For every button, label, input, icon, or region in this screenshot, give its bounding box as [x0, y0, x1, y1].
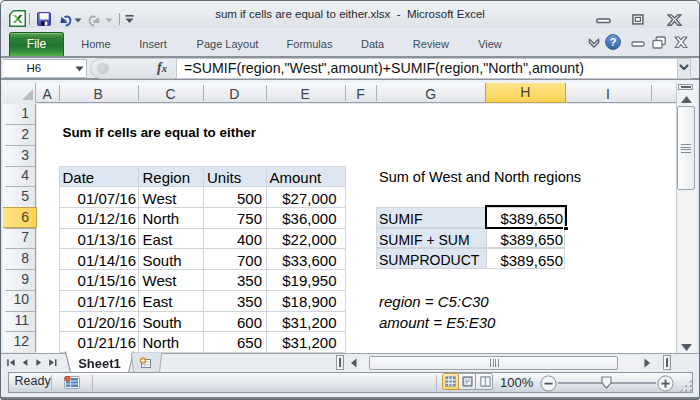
svg-text:?: ? — [609, 36, 616, 48]
